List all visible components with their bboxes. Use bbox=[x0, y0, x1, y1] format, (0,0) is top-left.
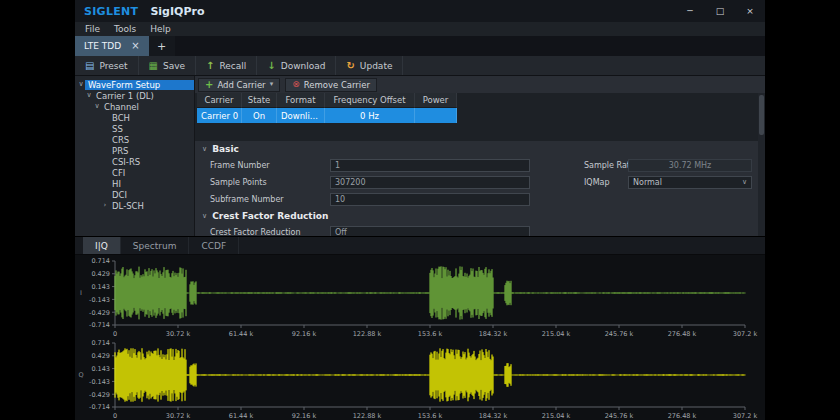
carrier-actions: + Add Carrier ▾ ⊗ Remove Carrier bbox=[195, 76, 765, 93]
toolbar-button-label: Download bbox=[281, 61, 326, 71]
svg-text:0.714: 0.714 bbox=[91, 339, 110, 347]
tree-item-hi[interactable]: HI bbox=[75, 178, 194, 189]
tree-item-prs[interactable]: PRS bbox=[75, 145, 194, 156]
cell-state[interactable]: On bbox=[242, 108, 277, 123]
svg-text:245.76 k: 245.76 k bbox=[605, 412, 634, 420]
svg-text:61.44 k: 61.44 k bbox=[229, 330, 254, 338]
q-waveform-plot: 0.7140.4290.143-0.143-0.429-0.714030.72 … bbox=[75, 339, 765, 420]
menu-tools[interactable]: Tools bbox=[107, 24, 143, 34]
recall-icon: ↑ bbox=[206, 61, 214, 71]
plot-tab-ccdf[interactable]: CCDF bbox=[189, 237, 239, 254]
document-tab-bar: LTE TDD×+ bbox=[75, 36, 765, 56]
toolbar-button-label: Save bbox=[163, 61, 185, 71]
chevron-down-icon[interactable]: ∨ bbox=[77, 81, 85, 88]
section-header-basic[interactable]: ∨Basic bbox=[195, 141, 765, 157]
titlebar: SIGLENT SigIQPro ─ □ × bbox=[75, 0, 765, 22]
svg-text:245.76 k: 245.76 k bbox=[605, 330, 634, 338]
iqmap-select[interactable]: Normal∨ bbox=[628, 176, 752, 189]
tree-item-label: CFI bbox=[109, 168, 128, 178]
tab-lte-tdd[interactable]: LTE TDD× bbox=[75, 36, 149, 56]
tree-item-cfi[interactable]: CFI bbox=[75, 167, 194, 178]
chevron-right-icon[interactable]: › bbox=[101, 202, 109, 209]
main-toolbar: ▤Preset▦Save↑Recall↓Download↻Update bbox=[75, 56, 765, 76]
app-window: SIGLENT SigIQPro ─ □ × FileToolsHelp LTE… bbox=[75, 0, 765, 420]
menu-help[interactable]: Help bbox=[143, 24, 178, 34]
scrollbar[interactable] bbox=[758, 93, 765, 236]
svg-text:215.04 k: 215.04 k bbox=[542, 412, 571, 420]
tree-item-channel[interactable]: ∨Channel bbox=[75, 101, 194, 112]
scrollbar-thumb[interactable] bbox=[759, 95, 764, 135]
tree-item-dl-sch[interactable]: ›DL-SCH bbox=[75, 200, 194, 211]
remove-carrier-label: Remove Carrier bbox=[304, 80, 370, 90]
sample-points-field[interactable]: 307200 bbox=[330, 176, 530, 189]
column-header-format: Format bbox=[277, 93, 325, 108]
toolbar-preset-button[interactable]: ▤Preset bbox=[75, 56, 139, 75]
sample-points-label: Sample Points bbox=[195, 178, 330, 187]
svg-text:184.32 k: 184.32 k bbox=[479, 412, 508, 420]
svg-text:0: 0 bbox=[113, 330, 117, 338]
chevron-down-icon[interactable]: ∨ bbox=[85, 92, 93, 99]
subframe-number-field[interactable]: 10 bbox=[330, 193, 530, 206]
settings-sections: ∨BasicFrame Number1Sample Rate30.72 MHzS… bbox=[195, 141, 765, 236]
toolbar-download-button[interactable]: ↓Download bbox=[257, 56, 336, 75]
download-icon: ↓ bbox=[267, 61, 275, 71]
sample-rate-label: Sample Rate bbox=[530, 161, 628, 170]
tree-item-dci[interactable]: DCI bbox=[75, 189, 194, 200]
cell-format[interactable]: Downli... bbox=[277, 108, 325, 123]
svg-text:61.44 k: 61.44 k bbox=[229, 412, 254, 420]
cell-carrier[interactable]: Carrier 0 bbox=[197, 108, 242, 123]
tab-label: LTE TDD bbox=[84, 41, 121, 51]
section-header-crest-factor-reduction[interactable]: ∨Crest Factor Reduction bbox=[195, 208, 765, 224]
chevron-down-icon: ∨ bbox=[202, 213, 207, 220]
maximize-button[interactable]: □ bbox=[705, 0, 735, 22]
update-icon: ↻ bbox=[346, 61, 354, 71]
svg-text:184.32 k: 184.32 k bbox=[479, 330, 508, 338]
crest-factor-reduction-field[interactable]: Off bbox=[330, 226, 530, 236]
toolbar-update-button[interactable]: ↻Update bbox=[336, 56, 403, 75]
section-title: Basic bbox=[212, 144, 239, 154]
tree-item-ss[interactable]: SS bbox=[75, 123, 194, 134]
iqmap-label: IQMap bbox=[530, 178, 628, 187]
toolbar-save-button[interactable]: ▦Save bbox=[139, 56, 197, 75]
column-header-power: Power bbox=[415, 93, 457, 108]
plot-tab-spectrum[interactable]: Spectrum bbox=[121, 237, 190, 254]
field-value: Normal bbox=[633, 178, 662, 187]
menu-file[interactable]: File bbox=[78, 24, 107, 34]
tree-item-waveform-setup[interactable]: ∨WaveForm Setup bbox=[75, 79, 194, 90]
svg-text:30.72 k: 30.72 k bbox=[166, 412, 191, 420]
svg-text:-0.429: -0.429 bbox=[89, 309, 110, 317]
tree-item-label: PRS bbox=[109, 146, 131, 156]
add-carrier-button[interactable]: + Add Carrier ▾ bbox=[198, 78, 280, 92]
tree-item-label: DL-SCH bbox=[109, 201, 147, 211]
crest-factor-reduction-label: Crest Factor Reduction bbox=[195, 228, 330, 236]
chevron-down-icon[interactable]: ∨ bbox=[93, 103, 101, 110]
tree-item-crs[interactable]: CRS bbox=[75, 134, 194, 145]
table-row[interactable]: Carrier 0OnDownli...0 Hz bbox=[197, 108, 765, 123]
chevron-down-icon: ▾ bbox=[270, 81, 274, 88]
field-value: 30.72 MHz bbox=[669, 161, 712, 170]
tree-item-csi-rs[interactable]: CSI-RS bbox=[75, 156, 194, 167]
new-tab-button[interactable]: + bbox=[149, 36, 175, 56]
cell-frequency-offset[interactable]: 0 Hz bbox=[325, 108, 415, 123]
subframe-number-label: Subframe Number bbox=[195, 195, 330, 204]
plot-tab-i-q[interactable]: I|Q bbox=[83, 237, 121, 254]
frame-number-field[interactable]: 1 bbox=[330, 159, 530, 172]
tree-item-bch[interactable]: BCH bbox=[75, 112, 194, 123]
chevron-down-icon: ∨ bbox=[742, 179, 747, 186]
tab-close-icon[interactable]: × bbox=[131, 41, 139, 51]
remove-carrier-button[interactable]: ⊗ Remove Carrier bbox=[285, 78, 377, 92]
svg-text:0.429: 0.429 bbox=[91, 270, 110, 278]
cell-power[interactable] bbox=[415, 108, 457, 123]
toolbar-recall-button[interactable]: ↑Recall bbox=[196, 56, 257, 75]
close-button[interactable]: × bbox=[735, 0, 765, 22]
tree-item-label: CRS bbox=[109, 135, 132, 145]
toolbar-button-label: Recall bbox=[219, 61, 246, 71]
form-row: Subframe Number10 bbox=[195, 191, 765, 208]
tree-item-carrier-1-dl[interactable]: ∨Carrier 1 (DL) bbox=[75, 90, 194, 101]
waveform-panel: I|QSpectrumCCDF 0.7140.4290.143-0.143-0.… bbox=[75, 236, 765, 420]
plot-tab-bar: I|QSpectrumCCDF bbox=[75, 237, 765, 255]
minimize-button[interactable]: ─ bbox=[675, 0, 705, 22]
frame-number-label: Frame Number bbox=[195, 161, 330, 170]
svg-text:0.143: 0.143 bbox=[91, 283, 110, 291]
form-row: Crest Factor ReductionOff bbox=[195, 224, 765, 236]
